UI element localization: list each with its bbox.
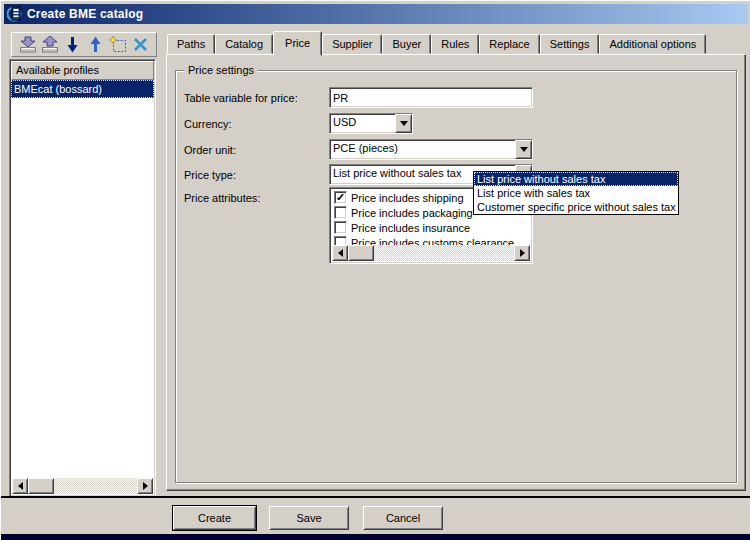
- title-bar[interactable]: Create BME catalog: [4, 4, 748, 24]
- order-unit-label: Order unit:: [184, 143, 236, 157]
- triangle-left-icon: [338, 249, 343, 257]
- export-profile-button[interactable]: [39, 35, 61, 55]
- dropdown-option-list-price-with-tax[interactable]: List price with sales tax: [474, 186, 678, 200]
- price-type-dropdown-list: List price without sales tax List price …: [473, 171, 679, 215]
- app-icon: [7, 6, 23, 22]
- scrollbar-track[interactable]: [374, 245, 514, 261]
- delete-x-icon: [133, 37, 148, 52]
- chevron-down-icon: [520, 147, 528, 152]
- currency-value: USD: [330, 114, 395, 133]
- checkbox-insurance[interactable]: [334, 221, 347, 234]
- scrollbar-thumb[interactable]: [28, 478, 54, 494]
- price-settings-group: Price settings Table variable for price:…: [175, 70, 737, 483]
- move-up-button[interactable]: [84, 35, 106, 55]
- tab-strip: Paths Catalog Price Supplier Buyer Rules…: [167, 31, 706, 56]
- export-profile-icon: [40, 36, 60, 53]
- order-unit-combobox[interactable]: PCE (pieces): [329, 139, 533, 160]
- table-variable-label: Table variable for price:: [184, 91, 298, 105]
- option-label: Price includes insurance: [351, 222, 470, 234]
- new-item-icon: [109, 36, 127, 53]
- tab-price[interactable]: Price: [273, 31, 322, 56]
- triangle-right-icon: [520, 249, 525, 257]
- tab-replace[interactable]: Replace: [479, 34, 539, 54]
- arrow-up-icon: [90, 36, 101, 53]
- save-button[interactable]: Save: [269, 506, 349, 530]
- checkbox-packaging[interactable]: [334, 206, 347, 219]
- profiles-toolbar: [11, 32, 157, 57]
- scroll-left-button[interactable]: [12, 478, 28, 494]
- chevron-down-icon: [400, 121, 408, 126]
- dropdown-option-list-price-without-tax[interactable]: List price without sales tax: [474, 172, 678, 186]
- tab-catalog[interactable]: Catalog: [215, 34, 273, 54]
- window-title: Create BME catalog: [27, 7, 143, 21]
- new-profile-button[interactable]: [107, 35, 129, 55]
- scroll-left-button[interactable]: [332, 245, 348, 261]
- tab-rules[interactable]: Rules: [431, 34, 479, 54]
- tab-buyer[interactable]: Buyer: [382, 34, 431, 54]
- create-button[interactable]: Create: [173, 506, 256, 530]
- option-label: Price includes shipping: [351, 192, 464, 204]
- triangle-left-icon: [18, 482, 23, 490]
- delete-profile-button[interactable]: [129, 35, 151, 55]
- import-profile-button[interactable]: [17, 35, 39, 55]
- profiles-header[interactable]: Available profiles: [11, 61, 154, 80]
- list-item[interactable]: Price includes insurance: [332, 220, 530, 235]
- window-bottom-edge: [1, 534, 750, 540]
- profiles-panel: Available profiles BMEcat (bossard): [9, 59, 156, 497]
- tab-additional-options[interactable]: Additional options: [599, 34, 706, 54]
- order-unit-dropdown-button[interactable]: [515, 140, 532, 159]
- move-down-button[interactable]: [62, 35, 84, 55]
- currency-combobox[interactable]: USD: [329, 113, 413, 134]
- tab-paths[interactable]: Paths: [167, 34, 215, 54]
- scrollbar-track[interactable]: [54, 478, 137, 494]
- arrow-down-icon: [67, 36, 78, 53]
- scroll-right-button[interactable]: [514, 245, 530, 261]
- dropdown-option-customer-specific[interactable]: Customer specific price without sales ta…: [474, 200, 678, 214]
- scroll-right-button[interactable]: [137, 478, 153, 494]
- profiles-list[interactable]: [11, 98, 154, 478]
- order-unit-value: PCE (pieces): [330, 140, 515, 159]
- footer-divider: [1, 496, 750, 498]
- option-label: Price includes packaging: [351, 207, 473, 219]
- tab-settings[interactable]: Settings: [540, 34, 600, 54]
- attributes-hscrollbar[interactable]: [332, 245, 530, 261]
- dialog-window: Create BME catalog: [0, 0, 750, 540]
- import-profile-icon: [18, 36, 38, 53]
- profile-item-bmecat[interactable]: BMEcat (bossard): [11, 80, 154, 98]
- price-type-label: Price type:: [184, 168, 236, 182]
- group-title: Price settings: [184, 64, 258, 76]
- currency-dropdown-button[interactable]: [395, 114, 412, 133]
- profiles-hscrollbar[interactable]: [12, 478, 153, 494]
- currency-label: Currency:: [184, 117, 232, 131]
- cancel-button[interactable]: Cancel: [363, 506, 443, 530]
- price-attributes-label: Price attributes:: [184, 191, 260, 205]
- table-variable-input[interactable]: [329, 87, 533, 108]
- tab-page-price: Price settings Table variable for price:…: [166, 54, 746, 491]
- checkbox-shipping[interactable]: ✓: [334, 191, 347, 204]
- triangle-right-icon: [143, 482, 148, 490]
- tab-supplier[interactable]: Supplier: [322, 34, 382, 54]
- scrollbar-thumb[interactable]: [348, 245, 374, 261]
